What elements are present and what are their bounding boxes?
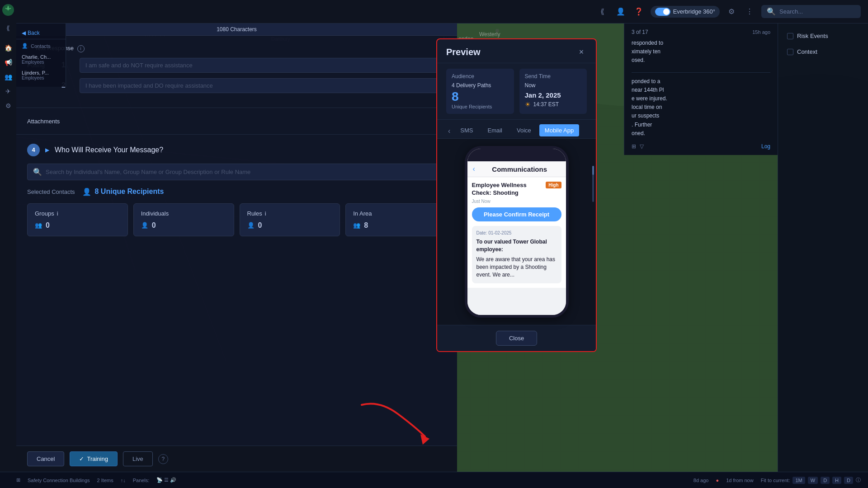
step-4-badge: 4	[27, 144, 40, 156]
phone-back-icon[interactable]: ‹	[473, 165, 475, 173]
time-btn-d[interactable]: D	[821, 477, 830, 484]
help-icon[interactable]: ❓	[632, 5, 645, 18]
search-contacts-bar[interactable]: 🔍	[27, 164, 446, 180]
groups-info-icon[interactable]: i	[57, 210, 58, 217]
context-label: Context	[797, 48, 817, 55]
individuals-person-icon: 👤	[141, 222, 148, 229]
preview-panel: Preview × Audience 4 Delivery Paths 8 Un…	[436, 38, 597, 352]
context-checkbox[interactable]	[787, 49, 793, 55]
item-count: 2 Items	[97, 478, 113, 483]
unique-recipients-display: 👤 8 Unique Recipients	[82, 188, 164, 196]
polling-row-1: Polling 1	[27, 58, 446, 73]
sidebar-alerts-icon[interactable]: 📢	[2, 56, 14, 69]
risk-events-item[interactable]: Risk Events	[783, 29, 863, 43]
back-button[interactable]: ◀ Back	[16, 27, 66, 39]
everbridge-toggle[interactable]: Everbridge 360°	[651, 6, 720, 18]
sort-icon[interactable]: ↑↓	[121, 478, 126, 483]
preview-close-x-button[interactable]: ×	[576, 47, 587, 57]
main-panel: 1080 Characters * * Text Response i Poll…	[16, 23, 457, 488]
selected-contacts-label: Selected Contacts	[27, 188, 75, 195]
contact-item-charlie[interactable]: Charlie, Ch... Employees	[16, 52, 66, 67]
user-icon[interactable]: 👤	[614, 5, 627, 18]
rules-card: Rules i 👤 0	[240, 203, 340, 236]
polling-input-1[interactable]	[80, 58, 446, 73]
search-contacts-icon: 🔍	[33, 168, 42, 176]
phone-body-text: We are aware that your area has been imp…	[476, 256, 557, 278]
grid-icon[interactable]: ⋮	[743, 5, 756, 18]
risk-events-checkbox[interactable]	[787, 33, 793, 39]
delivery-paths-label: 4 Delivery Paths	[452, 82, 509, 89]
phone-nav-title: Communications	[479, 165, 561, 173]
phone-msg-body: Date: 01-02-2025 To our valued Tower Glo…	[472, 226, 561, 283]
notification-panel: 3 of 17 15h ago responded to ximately te…	[624, 23, 778, 155]
phone-preview-container: ‹ Communications Employee Wellness Check…	[437, 139, 596, 325]
tab-sms[interactable]: SMS	[454, 123, 479, 138]
char-count-label: 1080 Characters	[217, 26, 257, 33]
info-icon-status[interactable]: ⓘ	[856, 477, 861, 483]
person-icon: 👤	[82, 188, 91, 196]
in-area-person-icon: 👥	[353, 222, 360, 229]
sidebar-settings-icon[interactable]: ⚙	[2, 99, 14, 112]
search-icon: 🔍	[767, 7, 776, 16]
filter-icon[interactable]: ⊞	[632, 143, 636, 150]
notif-text: responded to ximately ten osed.	[632, 39, 770, 65]
right-panel: Risk Events Context	[778, 23, 868, 472]
sidebar-collapse-icon[interactable]: ⟪	[2, 22, 14, 34]
confirm-receipt-button[interactable]: Please Confirm Receipt	[472, 207, 561, 221]
individuals-card: Individuals 👤 0	[133, 203, 234, 236]
collapse-icon[interactable]: ⟪	[596, 5, 609, 18]
funnel-icon[interactable]: ▽	[640, 143, 644, 150]
context-item[interactable]: Context	[783, 45, 863, 59]
time-btn-m[interactable]: 1M	[793, 477, 805, 484]
close-bottom-button[interactable]: Close	[496, 331, 537, 346]
time-btn-w[interactable]: W	[808, 477, 818, 484]
tab-mobile-app[interactable]: Mobile App	[539, 124, 579, 136]
section-4-title: Who Will Receive Your Message?	[55, 146, 163, 154]
contact-item-lijnders[interactable]: Lijnders, P... Employees	[16, 67, 66, 83]
delivery-tabs: ‹ SMS Email Voice Mobile App	[437, 120, 596, 139]
phone-msg-header: Employee Wellness Check: Shooting High	[472, 182, 561, 197]
search-bar[interactable]: 🔍	[761, 5, 861, 18]
unique-recipients-sub: Unique Recipients	[452, 104, 509, 109]
in-area-count: 👥 8	[353, 221, 439, 230]
search-input[interactable]	[779, 8, 855, 15]
app-logo[interactable]	[2, 4, 14, 16]
sidebar-send-icon[interactable]: ✈	[2, 85, 14, 98]
tab-voice[interactable]: Voice	[510, 123, 538, 138]
preview-header: Preview ×	[437, 39, 596, 63]
training-button[interactable]: ✓ Training	[70, 451, 117, 466]
live-button[interactable]: Live	[123, 451, 153, 466]
attachments-label: Attachments	[27, 118, 60, 125]
contacts-sidebar: ◀ Back 👤 Contacts Charlie, Ch... Employe…	[16, 23, 66, 87]
notif-time-ago: 15h ago	[752, 29, 770, 35]
polling-input-2[interactable]	[80, 78, 446, 93]
time-value: 14:37 EST	[533, 101, 559, 108]
in-area-card: In Area 👥 8	[345, 203, 446, 236]
search-contacts-input[interactable]	[46, 169, 440, 175]
individuals-count: 👤 0	[141, 221, 226, 230]
training-checkmark: ✓	[79, 455, 84, 462]
contacts-section-label: Contacts	[31, 43, 50, 49]
settings-icon[interactable]: ⚙	[725, 5, 738, 18]
tab-email[interactable]: Email	[481, 123, 509, 138]
preview-scrollbar-thumb[interactable]	[592, 166, 594, 175]
groups-card: Groups i 👥 0	[27, 203, 128, 236]
priority-badge: High	[546, 182, 561, 188]
tabs-left-chevron[interactable]: ‹	[446, 125, 452, 137]
help-circle-icon[interactable]: ?	[158, 454, 168, 464]
audience-box: Audience 4 Delivery Paths 8 Unique Recip…	[446, 69, 514, 114]
sidebar-home-icon[interactable]: 🏠	[2, 42, 14, 54]
rules-info-icon[interactable]: i	[265, 210, 266, 217]
time-btn-h[interactable]: H	[832, 477, 841, 484]
dot-indicator: ●	[716, 478, 719, 483]
toggle-switch[interactable]	[655, 8, 670, 16]
text-response-info-icon[interactable]: i	[77, 45, 85, 52]
log-label[interactable]: Log	[761, 143, 770, 150]
polling-row-2: 2	[27, 78, 446, 93]
sidebar-contacts-icon[interactable]: 👥	[2, 70, 14, 83]
cancel-button[interactable]: Cancel	[27, 451, 64, 466]
time-btn-d2[interactable]: D	[844, 477, 853, 484]
expand-icon[interactable]: ▶	[45, 147, 49, 153]
section-4-header: 4 ▶ Who Will Receive Your Message?	[27, 144, 446, 156]
panel-icons[interactable]: 📡 ☰ 🔊	[156, 477, 176, 483]
